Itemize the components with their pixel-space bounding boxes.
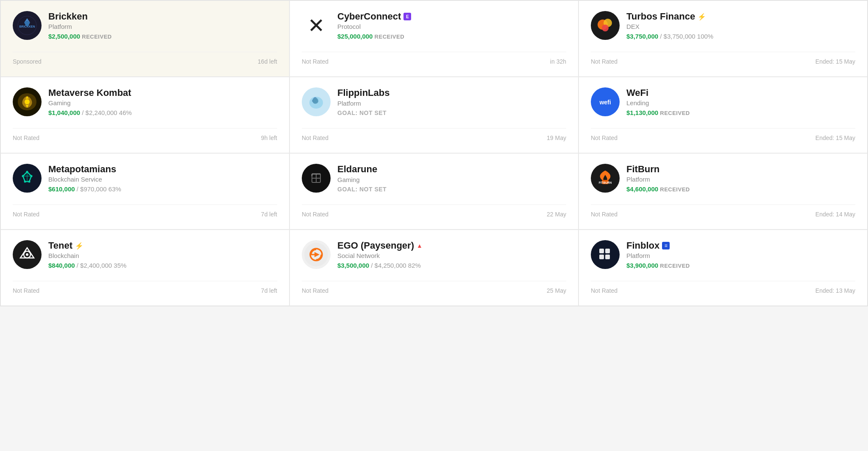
svg-point-36 [26,253,28,256]
card-name: Eldarune [337,164,377,175]
card-rating: Not Rated [13,134,39,141]
card-footer: Not Rated Ended: 14 May [591,204,855,218]
card-footer: Not Rated Ended: 15 May [591,52,855,65]
card-header: Tenet ⚡ Blockchain $840,000 / $2,400,000… [13,240,277,269]
card-footer: Not Rated in 32h [302,52,566,65]
card-info: Tenet ⚡ Blockchain $840,000 / $2,400,000… [48,240,277,269]
svg-rect-43 [605,249,610,253]
card-header: Turbos Finance ⚡ DEX $3,750,000 / $3,750… [591,11,855,40]
svg-point-7 [602,25,609,31]
card-category: Lending [626,99,855,106]
funding-amount: $840,000 / $2,400,000 35% [48,262,277,269]
card-time: 25 May [547,287,566,294]
card-info: EGO (Paysenger) ▲ Social Network $3,500,… [337,240,566,269]
card-name: WeFi [626,87,648,98]
card-title-row: Eldarune [337,164,566,175]
card-metaverse-kombat[interactable]: Metaverse Kombat Gaming $1,040,000 / $2,… [0,77,289,153]
card-wefi[interactable]: wefi WeFi Lending $1,130,000 RECEIVED [579,77,868,153]
card-name: Tenet [48,240,72,251]
card-name: EGO (Paysenger) [337,240,414,251]
badge-icon: ≡ [662,242,670,249]
card-turbos[interactable]: Turbos Finance ⚡ DEX $3,750,000 / $3,750… [579,0,868,77]
goal-not-set: GOAL: NOT SET [337,186,566,193]
card-info: Finblox ≡ Platform $3,900,000 RECEIVED [626,240,855,269]
card-info: Metaverse Kombat Gaming $1,040,000 / $2,… [48,87,277,116]
card-rating: Sponsored [13,58,42,65]
card-rating: Not Rated [302,287,328,294]
card-time: Ended: 15 May [815,134,855,141]
card-time: 22 May [547,211,566,218]
svg-point-19 [26,171,28,173]
card-time: 9h left [261,134,277,141]
card-eldarune[interactable]: Eldarune Gaming GOAL: NOT SET Not Rated … [289,153,579,230]
card-footer: Not Rated Ended: 15 May [591,128,855,141]
card-time: in 32h [550,58,566,65]
funding-amount: $2,500,000 RECEIVED [48,33,277,40]
card-footer: Not Rated 9h left [13,128,277,141]
card-rating: Not Rated [13,211,39,218]
card-name: Metaverse Kombat [48,87,131,98]
card-time: 7d left [261,287,277,294]
svg-text:wefi: wefi [599,99,611,106]
card-name: Finblox [626,240,659,251]
card-fitburn[interactable]: FITBURN FitBurn Platform $4,600,000 RECE… [579,153,868,230]
card-info: Brickken Platform $2,500,000 RECEIVED [48,11,277,40]
card-name: FitBurn [626,164,659,175]
cards-grid: BRICKKEN Brickken Platform $2,500,000 [0,0,868,306]
card-name: FlippinLabs [337,87,389,98]
card-title-row: CyberConnect E [337,11,566,22]
card-time: Ended: 14 May [815,211,855,218]
card-ego[interactable]: EGO (Paysenger) ▲ Social Network $3,500,… [289,230,579,306]
card-footer: Not Rated 7d left [13,204,277,218]
card-category: Platform [626,176,855,183]
svg-rect-44 [599,255,604,259]
card-category: Gaming [337,176,566,183]
card-title-row: Turbos Finance ⚡ [626,11,855,22]
card-category: Blockchain [48,252,277,259]
card-title-row: Metapotamians [48,164,277,175]
card-info: WeFi Lending $1,130,000 RECEIVED [626,87,855,116]
card-footer: Not Rated Ended: 13 May [591,281,855,294]
card-rating: Not Rated [302,58,328,65]
card-time: 19 May [547,134,566,141]
card-name: Turbos Finance [626,11,695,22]
funding-amount: $3,500,000 / $4,250,000 82% [337,262,566,269]
card-title-row: FitBurn [626,164,855,175]
card-title-row: Brickken [48,11,277,22]
funding-amount: $25,000,000 RECEIVED [337,33,566,40]
tron-icon: ▲ [417,242,423,249]
svg-point-22 [24,181,26,183]
card-rating: Not Rated [302,134,328,141]
card-rating: Not Rated [591,134,618,141]
funding-amount: $3,900,000 RECEIVED [626,262,855,269]
card-header: EGO (Paysenger) ▲ Social Network $3,500,… [302,240,566,269]
card-tenet[interactable]: Tenet ⚡ Blockchain $840,000 / $2,400,000… [0,230,289,306]
card-category: Platform [626,252,855,259]
svg-rect-45 [605,255,610,259]
card-title-row: Tenet ⚡ [48,240,277,251]
svg-point-9 [25,99,30,104]
card-category: Protocol [337,23,566,30]
card-rating: Not Rated [591,287,618,294]
card-header: Metaverse Kombat Gaming $1,040,000 / $2,… [13,87,277,116]
card-finblox[interactable]: Finblox ≡ Platform $3,900,000 RECEIVED N… [579,230,868,306]
card-info: Metapotamians Blockchain Service $610,00… [48,164,277,193]
card-category: Blockchain Service [48,176,277,183]
card-header: ✕ CyberConnect E Protocol $25,000,000 RE… [302,11,566,40]
card-header: Finblox ≡ Platform $3,900,000 RECEIVED [591,240,855,269]
card-footer: Not Rated 25 May [302,281,566,294]
card-category: Platform [48,23,277,30]
funding-amount: $1,040,000 / $2,240,000 46% [48,109,277,116]
card-footer: Not Rated 7d left [13,281,277,294]
card-header: Metapotamians Blockchain Service $610,00… [13,164,277,193]
svg-point-30 [593,166,617,190]
card-metapotamians[interactable]: Metapotamians Blockchain Service $610,00… [0,153,289,230]
card-brickken[interactable]: BRICKKEN Brickken Platform $2,500,000 [0,0,289,77]
card-header: Eldarune Gaming GOAL: NOT SET [302,164,566,193]
card-flippinlabs[interactable]: FlippinLabs Platform GOAL: NOT SET Not R… [289,77,579,153]
card-cyberconnect[interactable]: ✕ CyberConnect E Protocol $25,000,000 RE… [289,0,579,77]
card-title-row: Finblox ≡ [626,240,855,251]
svg-point-20 [31,175,33,177]
card-rating: Not Rated [13,287,39,294]
card-title-row: FlippinLabs [337,87,566,98]
